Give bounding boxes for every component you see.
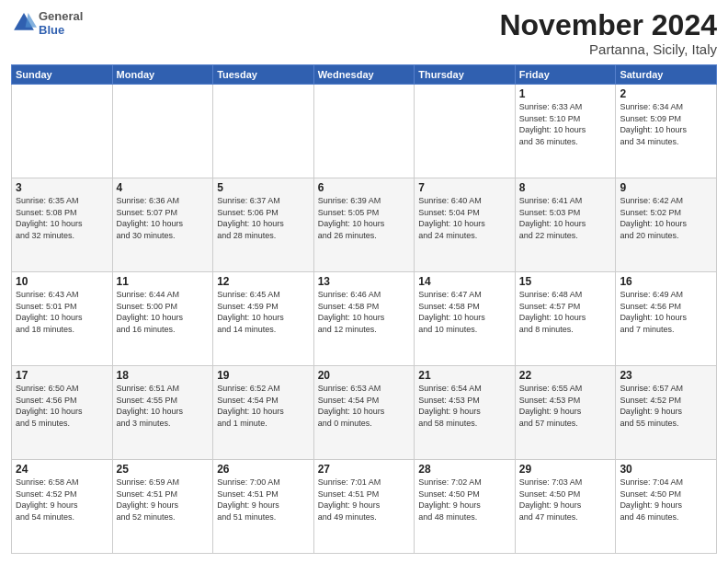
table-row: 20Sunrise: 6:53 AM Sunset: 4:54 PM Dayli… [313,366,415,460]
day-number: 11 [117,275,210,288]
day-number: 14 [418,275,511,288]
day-info: Sunrise: 6:37 AM Sunset: 5:06 PM Dayligh… [217,195,310,241]
table-row: 4Sunrise: 6:36 AM Sunset: 5:07 PM Daylig… [112,178,213,272]
day-info: Sunrise: 6:36 AM Sunset: 5:07 PM Dayligh… [117,195,210,241]
day-number: 8 [519,181,612,194]
day-number: 27 [318,463,411,476]
day-info: Sunrise: 6:34 AM Sunset: 5:09 PM Dayligh… [620,101,712,147]
day-info: Sunrise: 6:49 AM Sunset: 4:56 PM Dayligh… [620,289,712,335]
day-info: Sunrise: 7:04 AM Sunset: 4:50 PM Dayligh… [620,477,712,523]
day-info: Sunrise: 7:01 AM Sunset: 4:51 PM Dayligh… [318,477,411,523]
month-title: November 2024 [499,9,717,41]
day-info: Sunrise: 7:02 AM Sunset: 4:50 PM Dayligh… [418,477,511,523]
table-row: 19Sunrise: 6:52 AM Sunset: 4:54 PM Dayli… [213,366,314,460]
table-row: 16Sunrise: 6:49 AM Sunset: 4:56 PM Dayli… [616,272,717,366]
day-info: Sunrise: 6:44 AM Sunset: 5:00 PM Dayligh… [117,289,210,335]
calendar-week-row: 3Sunrise: 6:35 AM Sunset: 5:08 PM Daylig… [12,178,717,272]
svg-marker-1 [26,13,37,28]
table-row: 1Sunrise: 6:33 AM Sunset: 5:10 PM Daylig… [515,85,616,178]
day-info: Sunrise: 6:46 AM Sunset: 4:58 PM Dayligh… [318,289,411,335]
day-info: Sunrise: 6:50 AM Sunset: 4:56 PM Dayligh… [16,383,108,429]
location: Partanna, Sicily, Italy [499,41,717,57]
logo-general: General [39,9,83,23]
day-info: Sunrise: 6:45 AM Sunset: 4:59 PM Dayligh… [217,289,310,335]
table-row: 22Sunrise: 6:55 AM Sunset: 4:53 PM Dayli… [515,366,616,460]
table-row: 24Sunrise: 6:58 AM Sunset: 4:52 PM Dayli… [12,460,113,554]
day-number: 15 [519,275,612,288]
day-info: Sunrise: 6:47 AM Sunset: 4:58 PM Dayligh… [418,289,511,335]
table-row: 2Sunrise: 6:34 AM Sunset: 5:09 PM Daylig… [616,85,717,178]
day-number: 23 [620,369,712,382]
col-friday: Friday [515,65,616,85]
day-info: Sunrise: 6:39 AM Sunset: 5:05 PM Dayligh… [318,195,411,241]
table-row: 17Sunrise: 6:50 AM Sunset: 4:56 PM Dayli… [12,366,113,460]
table-row: 28Sunrise: 7:02 AM Sunset: 4:50 PM Dayli… [415,460,516,554]
table-row: 8Sunrise: 6:41 AM Sunset: 5:03 PM Daylig… [515,178,616,272]
day-number: 19 [217,369,310,382]
day-info: Sunrise: 6:53 AM Sunset: 4:54 PM Dayligh… [318,383,411,429]
day-number: 6 [318,181,411,194]
table-row: 15Sunrise: 6:48 AM Sunset: 4:57 PM Dayli… [515,272,616,366]
table-row: 9Sunrise: 6:42 AM Sunset: 5:02 PM Daylig… [616,178,717,272]
col-saturday: Saturday [616,65,717,85]
table-row: 26Sunrise: 7:00 AM Sunset: 4:51 PM Dayli… [213,460,314,554]
day-info: Sunrise: 6:57 AM Sunset: 4:52 PM Dayligh… [620,383,712,429]
calendar-week-row: 17Sunrise: 6:50 AM Sunset: 4:56 PM Dayli… [12,366,717,460]
table-row: 3Sunrise: 6:35 AM Sunset: 5:08 PM Daylig… [12,178,113,272]
logo: General Blue [11,9,83,37]
day-number: 28 [418,463,511,476]
day-info: Sunrise: 7:03 AM Sunset: 4:50 PM Dayligh… [519,477,612,523]
day-number: 13 [318,275,411,288]
table-row: 23Sunrise: 6:57 AM Sunset: 4:52 PM Dayli… [616,366,717,460]
day-number: 25 [117,463,210,476]
header: General Blue November 2024 Partanna, Sic… [11,9,717,57]
day-info: Sunrise: 6:52 AM Sunset: 4:54 PM Dayligh… [217,383,310,429]
col-monday: Monday [112,65,213,85]
calendar-table: Sunday Monday Tuesday Wednesday Thursday… [11,64,717,554]
table-row [313,85,415,178]
day-info: Sunrise: 6:59 AM Sunset: 4:51 PM Dayligh… [117,477,210,523]
calendar-week-row: 24Sunrise: 6:58 AM Sunset: 4:52 PM Dayli… [12,460,717,554]
day-number: 20 [318,369,411,382]
table-row: 14Sunrise: 6:47 AM Sunset: 4:58 PM Dayli… [415,272,516,366]
col-thursday: Thursday [415,65,516,85]
table-row: 25Sunrise: 6:59 AM Sunset: 4:51 PM Dayli… [112,460,213,554]
calendar-header-row: Sunday Monday Tuesday Wednesday Thursday… [12,65,717,85]
table-row [12,85,113,178]
day-info: Sunrise: 6:33 AM Sunset: 5:10 PM Dayligh… [519,101,612,147]
day-info: Sunrise: 6:55 AM Sunset: 4:53 PM Dayligh… [519,383,612,429]
table-row: 11Sunrise: 6:44 AM Sunset: 5:00 PM Dayli… [112,272,213,366]
logo-blue: Blue [39,23,83,37]
col-sunday: Sunday [12,65,113,85]
col-tuesday: Tuesday [213,65,314,85]
day-number: 21 [418,369,511,382]
logo-text: General Blue [39,9,83,37]
day-info: Sunrise: 6:43 AM Sunset: 5:01 PM Dayligh… [16,289,108,335]
day-number: 2 [620,87,712,100]
table-row [415,85,516,178]
day-info: Sunrise: 6:51 AM Sunset: 4:55 PM Dayligh… [117,383,210,429]
day-number: 7 [418,181,511,194]
day-number: 16 [620,275,712,288]
table-row: 12Sunrise: 6:45 AM Sunset: 4:59 PM Dayli… [213,272,314,366]
day-info: Sunrise: 6:58 AM Sunset: 4:52 PM Dayligh… [16,477,108,523]
day-info: Sunrise: 6:48 AM Sunset: 4:57 PM Dayligh… [519,289,612,335]
day-number: 4 [117,181,210,194]
logo-icon [11,10,37,36]
page: General Blue November 2024 Partanna, Sic… [0,0,728,563]
day-number: 5 [217,181,310,194]
day-number: 10 [16,275,108,288]
table-row [213,85,314,178]
day-info: Sunrise: 6:40 AM Sunset: 5:04 PM Dayligh… [418,195,511,241]
day-number: 17 [16,369,108,382]
day-info: Sunrise: 6:35 AM Sunset: 5:08 PM Dayligh… [16,195,108,241]
table-row: 21Sunrise: 6:54 AM Sunset: 4:53 PM Dayli… [415,366,516,460]
day-number: 9 [620,181,712,194]
day-number: 26 [217,463,310,476]
day-number: 22 [519,369,612,382]
table-row: 13Sunrise: 6:46 AM Sunset: 4:58 PM Dayli… [313,272,415,366]
day-info: Sunrise: 6:54 AM Sunset: 4:53 PM Dayligh… [418,383,511,429]
day-number: 18 [117,369,210,382]
day-number: 30 [620,463,712,476]
day-number: 3 [16,181,108,194]
